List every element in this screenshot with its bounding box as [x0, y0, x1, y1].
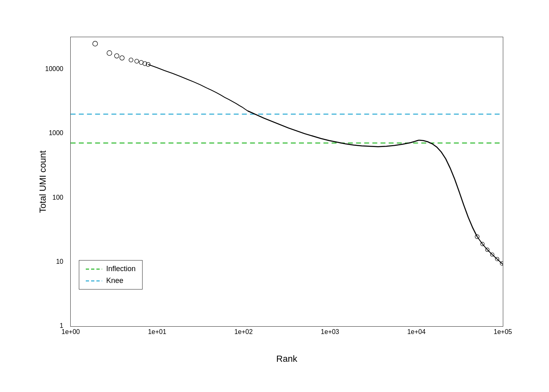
- svg-point-20: [539, 287, 543, 291]
- legend-knee: Knee: [86, 276, 136, 285]
- x-tick-1e5: 1e+05: [494, 328, 512, 336]
- svg-point-2: [93, 41, 98, 46]
- svg-point-3: [107, 51, 112, 56]
- y-tick-1000: 1000: [49, 129, 63, 137]
- legend-inflection-line-icon: [86, 266, 102, 272]
- x-tick-1e1: 1e+01: [148, 328, 166, 336]
- y-tick-labels: 1 10 100 1000 10000: [42, 37, 67, 326]
- x-tick-1e0: 1e+00: [62, 328, 80, 336]
- y-tick-10: 10: [56, 258, 63, 265]
- legend-knee-label: Knee: [106, 276, 123, 285]
- svg-point-4: [114, 53, 119, 58]
- y-tick-10000: 10000: [45, 65, 64, 73]
- x-axis-label: Rank: [70, 354, 503, 364]
- svg-point-7: [135, 59, 139, 63]
- svg-point-17: [510, 269, 513, 273]
- chart-area: 1 10 100 1000 10000 1e+00 1e+01 1e+02 1e…: [70, 37, 503, 327]
- legend-inflection-label: Inflection: [106, 265, 136, 273]
- svg-point-1: [68, 32, 73, 37]
- svg-point-19: [529, 281, 533, 285]
- svg-point-6: [129, 58, 133, 62]
- chart-container: Total UMI count Rank: [29, 20, 520, 372]
- svg-point-18: [520, 276, 523, 279]
- legend-knee-line-icon: [86, 278, 102, 284]
- legend-inflection: Inflection: [86, 265, 136, 273]
- svg-point-5: [120, 56, 124, 60]
- y-tick-100: 100: [52, 194, 63, 201]
- x-tick-1e3: 1e+03: [321, 328, 339, 336]
- x-tick-labels: 1e+00 1e+01 1e+02 1e+03 1e+04 1e+05: [71, 328, 503, 341]
- legend-box: Inflection Knee: [79, 260, 143, 290]
- x-tick-1e2: 1e+02: [234, 328, 253, 336]
- x-tick-1e4: 1e+04: [407, 328, 426, 336]
